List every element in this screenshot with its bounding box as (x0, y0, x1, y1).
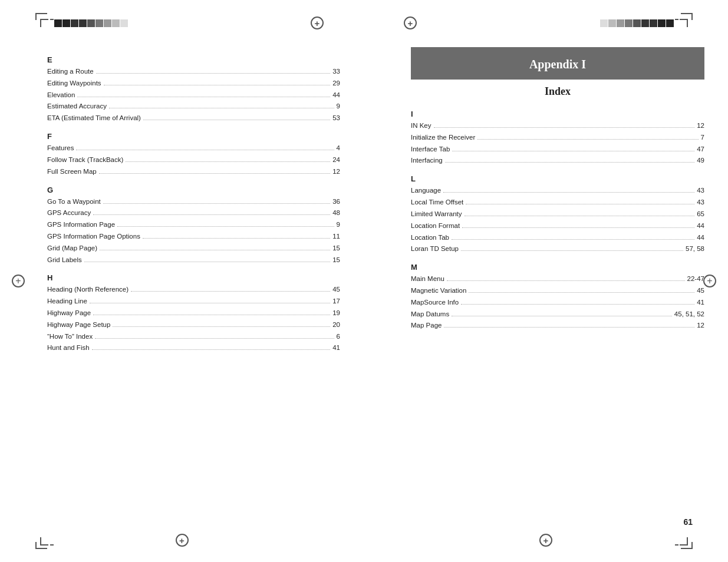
entry-editing-waypoints: Editing Waypoints 29 (47, 78, 340, 89)
bottom-bar-left (50, 537, 54, 546)
entry-interface-tab: Interface Tab 47 (411, 144, 704, 155)
checkbar-left (54, 19, 128, 27)
entry-language: Language 43 (411, 186, 704, 196)
check-cell (87, 19, 95, 27)
entry-interfacing: Interfacing 49 (411, 156, 704, 166)
target-circle-left: + (311, 16, 324, 29)
target-circle-bottom-left: + (176, 534, 189, 547)
entry-gps-info-page-options: GPS Information Page Options 11 (47, 232, 340, 242)
bracket-bl-left (40, 537, 48, 546)
entry-in-key: IN Key 12 (411, 121, 704, 131)
check-cell (62, 19, 70, 27)
entry-estimated-accuracy: Estimated Accuracy 9 (47, 101, 340, 112)
header-right: + (404, 16, 688, 29)
page-number: 61 (683, 517, 693, 527)
check-cell (95, 19, 103, 27)
bracket-tl-left (40, 19, 48, 27)
check-cell (666, 19, 674, 27)
entry-gps-accuracy: GPS Accuracy 48 (47, 208, 340, 219)
entry-gps-info-page: GPS Information Page 9 (47, 220, 340, 230)
entry-elevation: Elevation 44 (47, 90, 340, 101)
check-cell (625, 19, 633, 27)
check-cell (104, 19, 111, 27)
entry-how-to-index: “How To” Index 6 (47, 332, 340, 342)
entry-map-datums: Map Datums 45, 51, 52 (411, 309, 704, 320)
section-l-header: L (411, 174, 704, 183)
check-cell (79, 19, 87, 27)
bottom-bar-right (675, 537, 678, 546)
check-cell (120, 19, 128, 27)
check-cell (641, 19, 649, 27)
section-m-header: M (411, 263, 704, 272)
entry-features: Features 4 (47, 143, 340, 154)
check-cell (112, 19, 120, 27)
entry-local-time-offset: Local Time Offset 43 (411, 197, 704, 208)
entry-heading-north: Heading (North Reference) 45 (47, 285, 340, 295)
entry-main-menu: Main Menu 22-47 (411, 274, 704, 285)
target-circle-right: + (404, 16, 417, 29)
entry-limited-warranty: Limited Warranty 65 (411, 209, 704, 220)
check-cell (658, 19, 666, 27)
checkbar-right (600, 19, 674, 27)
check-cell (54, 19, 62, 27)
entry-map-page: Map Page 12 (411, 320, 704, 331)
section-f-header: F (47, 132, 340, 141)
appendix-box: Appendix I (411, 47, 704, 80)
section-g-header: G (47, 186, 340, 194)
entry-loran-td-setup: Loran TD Setup 57, 58 (411, 244, 704, 254)
right-content: Appendix I Index I IN Key 12 Initialize … (411, 47, 704, 332)
left-column: + + E Editing a Route 33 Editing Waypoin… (0, 0, 364, 562)
left-content: E Editing a Route 33 Editing Waypoints 2… (47, 47, 340, 355)
entry-highway-page: Highway Page 19 (47, 308, 340, 319)
check-cell (617, 19, 624, 27)
entry-eta: ETA (Estimated Time of Arrival) 53 (47, 113, 340, 124)
entry-follow-track: Follow Track (TrackBack) 24 (47, 155, 340, 166)
section-e-header: E (47, 55, 340, 64)
entry-full-screen-map: Full Screen Map 12 (47, 167, 340, 177)
entry-heading-line: Heading Line 17 (47, 296, 340, 307)
check-cell (600, 19, 608, 27)
entry-grid-labels: Grid Labels 15 (47, 255, 340, 266)
target-circle-bottom-right: + (539, 534, 552, 547)
bracket-br-right (680, 537, 688, 546)
side-circle-right: + (703, 275, 716, 287)
entry-mapsource-info: MapSource Info 41 (411, 297, 704, 308)
entry-hunt-and-fish: Hunt and Fish 41 (47, 343, 340, 353)
side-circle-left: + (12, 275, 25, 287)
section-h-header: H (47, 273, 340, 282)
entry-initialize-receiver: Initialize the Receiver 7 (411, 133, 704, 143)
entry-grid-map-page: Grid (Map Page) 15 (47, 243, 340, 254)
check-cell (650, 19, 657, 27)
check-cell (71, 19, 78, 27)
right-column: + + Appendix I Index I (364, 0, 728, 562)
check-cell (633, 19, 641, 27)
top-bar-left (50, 19, 54, 27)
section-i-header: I (411, 110, 704, 118)
bracket-tr-right (680, 19, 688, 27)
entry-location-format: Location Format 44 (411, 221, 704, 232)
entry-go-to-waypoint: Go To a Waypoint 36 (47, 197, 340, 207)
entry-location-tab: Location Tab 44 (411, 233, 704, 243)
check-cell (608, 19, 616, 27)
index-title: Index (411, 85, 704, 98)
top-bar-right (675, 19, 678, 27)
entry-highway-page-setup: Highway Page Setup 20 (47, 320, 340, 330)
entry-editing-route: Editing a Route 33 (47, 67, 340, 77)
entry-magnetic-variation: Magnetic Variation 45 (411, 286, 704, 296)
